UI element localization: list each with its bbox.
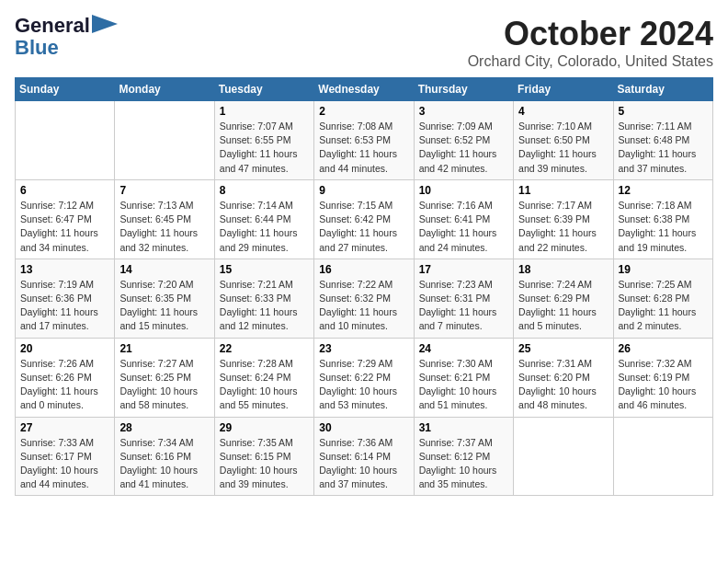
day-info: Sunrise: 7:24 AM Sunset: 6:29 PM Dayligh… [518, 278, 608, 334]
day-number: 30 [319, 421, 408, 434]
calendar-cell: 7Sunrise: 7:13 AM Sunset: 6:45 PM Daylig… [115, 179, 214, 259]
day-info: Sunrise: 7:25 AM Sunset: 6:28 PM Dayligh… [619, 278, 708, 334]
day-number: 19 [619, 263, 708, 276]
calendar-header-row: SundayMondayTuesdayWednesdayThursdayFrid… [16, 78, 713, 101]
day-info: Sunrise: 7:19 AM Sunset: 6:36 PM Dayligh… [20, 278, 109, 334]
calendar-cell [16, 101, 115, 180]
day-info: Sunrise: 7:30 AM Sunset: 6:21 PM Dayligh… [419, 357, 508, 413]
calendar-cell: 10Sunrise: 7:16 AM Sunset: 6:41 PM Dayli… [414, 179, 513, 259]
day-info: Sunrise: 7:10 AM Sunset: 6:50 PM Dayligh… [518, 120, 608, 176]
day-info: Sunrise: 7:11 AM Sunset: 6:48 PM Dayligh… [619, 120, 708, 176]
calendar-cell [613, 417, 712, 496]
calendar-cell: 17Sunrise: 7:23 AM Sunset: 6:31 PM Dayli… [414, 259, 513, 338]
day-number: 5 [619, 105, 708, 118]
calendar-cell: 24Sunrise: 7:30 AM Sunset: 6:21 PM Dayli… [414, 338, 513, 417]
day-info: Sunrise: 7:33 AM Sunset: 6:17 PM Dayligh… [20, 436, 109, 492]
calendar-cell: 20Sunrise: 7:26 AM Sunset: 6:26 PM Dayli… [16, 338, 115, 417]
day-info: Sunrise: 7:27 AM Sunset: 6:25 PM Dayligh… [119, 357, 209, 413]
location-subtitle: Orchard City, Colorado, United States [468, 53, 713, 70]
calendar-cell: 29Sunrise: 7:35 AM Sunset: 6:15 PM Dayli… [214, 417, 313, 496]
calendar-cell: 26Sunrise: 7:32 AM Sunset: 6:19 PM Dayli… [613, 338, 712, 417]
day-info: Sunrise: 7:17 AM Sunset: 6:39 PM Dayligh… [518, 199, 608, 255]
title-block: October 2024 Orchard City, Colorado, Uni… [468, 15, 713, 70]
calendar-cell: 3Sunrise: 7:09 AM Sunset: 6:52 PM Daylig… [414, 101, 513, 180]
calendar-cell [514, 417, 613, 496]
day-info: Sunrise: 7:37 AM Sunset: 6:12 PM Dayligh… [419, 436, 508, 492]
day-info: Sunrise: 7:20 AM Sunset: 6:35 PM Dayligh… [119, 278, 209, 334]
day-number: 12 [619, 184, 708, 197]
day-number: 22 [220, 342, 309, 355]
calendar-cell: 5Sunrise: 7:11 AM Sunset: 6:48 PM Daylig… [613, 101, 712, 180]
calendar-cell: 23Sunrise: 7:29 AM Sunset: 6:22 PM Dayli… [314, 338, 414, 417]
day-number: 13 [20, 263, 109, 276]
day-info: Sunrise: 7:35 AM Sunset: 6:15 PM Dayligh… [220, 436, 309, 492]
calendar-cell: 1Sunrise: 7:07 AM Sunset: 6:55 PM Daylig… [214, 101, 313, 180]
calendar-header-thursday: Thursday [414, 78, 513, 101]
day-info: Sunrise: 7:16 AM Sunset: 6:41 PM Dayligh… [419, 199, 508, 255]
calendar-cell: 2Sunrise: 7:08 AM Sunset: 6:53 PM Daylig… [314, 101, 414, 180]
day-info: Sunrise: 7:28 AM Sunset: 6:24 PM Dayligh… [220, 357, 309, 413]
day-number: 25 [518, 342, 608, 355]
day-info: Sunrise: 7:12 AM Sunset: 6:47 PM Dayligh… [20, 199, 109, 255]
day-number: 17 [419, 263, 508, 276]
day-number: 9 [319, 184, 408, 197]
calendar-cell: 25Sunrise: 7:31 AM Sunset: 6:20 PM Dayli… [514, 338, 613, 417]
calendar-cell: 21Sunrise: 7:27 AM Sunset: 6:25 PM Dayli… [115, 338, 214, 417]
day-number: 1 [220, 105, 309, 118]
day-info: Sunrise: 7:14 AM Sunset: 6:44 PM Dayligh… [220, 199, 309, 255]
calendar-cell: 13Sunrise: 7:19 AM Sunset: 6:36 PM Dayli… [16, 259, 115, 338]
calendar-cell: 28Sunrise: 7:34 AM Sunset: 6:16 PM Dayli… [115, 417, 214, 496]
svg-marker-0 [92, 15, 118, 33]
calendar-cell: 9Sunrise: 7:15 AM Sunset: 6:42 PM Daylig… [314, 179, 414, 259]
calendar-cell: 12Sunrise: 7:18 AM Sunset: 6:38 PM Dayli… [613, 179, 712, 259]
calendar-cell: 6Sunrise: 7:12 AM Sunset: 6:47 PM Daylig… [16, 179, 115, 259]
logo-text: General [15, 15, 90, 37]
day-number: 14 [119, 263, 209, 276]
logo-blue-text: Blue [15, 37, 59, 59]
day-number: 8 [220, 184, 309, 197]
day-info: Sunrise: 7:29 AM Sunset: 6:22 PM Dayligh… [319, 357, 408, 413]
calendar-week-4: 20Sunrise: 7:26 AM Sunset: 6:26 PM Dayli… [16, 338, 713, 417]
day-number: 10 [419, 184, 508, 197]
day-info: Sunrise: 7:09 AM Sunset: 6:52 PM Dayligh… [419, 120, 508, 176]
day-number: 28 [119, 421, 209, 434]
calendar-cell [115, 101, 214, 180]
day-number: 21 [119, 342, 209, 355]
day-info: Sunrise: 7:13 AM Sunset: 6:45 PM Dayligh… [119, 199, 209, 255]
calendar-header-friday: Friday [514, 78, 613, 101]
day-number: 2 [319, 105, 408, 118]
calendar-week-2: 6Sunrise: 7:12 AM Sunset: 6:47 PM Daylig… [16, 179, 713, 259]
calendar-header-tuesday: Tuesday [214, 78, 313, 101]
calendar-header-monday: Monday [115, 78, 214, 101]
day-info: Sunrise: 7:34 AM Sunset: 6:16 PM Dayligh… [119, 436, 209, 492]
calendar-cell: 18Sunrise: 7:24 AM Sunset: 6:29 PM Dayli… [514, 259, 613, 338]
calendar-cell: 22Sunrise: 7:28 AM Sunset: 6:24 PM Dayli… [214, 338, 313, 417]
day-number: 27 [20, 421, 109, 434]
calendar-table: SundayMondayTuesdayWednesdayThursdayFrid… [15, 77, 713, 496]
month-title: October 2024 [468, 15, 713, 53]
calendar-week-3: 13Sunrise: 7:19 AM Sunset: 6:36 PM Dayli… [16, 259, 713, 338]
logo-arrow-icon [92, 15, 118, 33]
calendar-header-wednesday: Wednesday [314, 78, 414, 101]
calendar-cell: 27Sunrise: 7:33 AM Sunset: 6:17 PM Dayli… [16, 417, 115, 496]
day-info: Sunrise: 7:21 AM Sunset: 6:33 PM Dayligh… [220, 278, 309, 334]
logo: General Blue [15, 15, 118, 59]
calendar-cell: 4Sunrise: 7:10 AM Sunset: 6:50 PM Daylig… [514, 101, 613, 180]
day-number: 18 [518, 263, 608, 276]
day-number: 3 [419, 105, 508, 118]
day-number: 7 [119, 184, 209, 197]
day-info: Sunrise: 7:23 AM Sunset: 6:31 PM Dayligh… [419, 278, 508, 334]
calendar-cell: 16Sunrise: 7:22 AM Sunset: 6:32 PM Dayli… [314, 259, 414, 338]
calendar-header-sunday: Sunday [16, 78, 115, 101]
calendar-cell: 15Sunrise: 7:21 AM Sunset: 6:33 PM Dayli… [214, 259, 313, 338]
day-info: Sunrise: 7:08 AM Sunset: 6:53 PM Dayligh… [319, 120, 408, 176]
calendar-body: 1Sunrise: 7:07 AM Sunset: 6:55 PM Daylig… [16, 101, 713, 496]
day-number: 6 [20, 184, 109, 197]
day-number: 16 [319, 263, 408, 276]
calendar-cell: 11Sunrise: 7:17 AM Sunset: 6:39 PM Dayli… [514, 179, 613, 259]
day-number: 26 [619, 342, 708, 355]
calendar-cell: 31Sunrise: 7:37 AM Sunset: 6:12 PM Dayli… [414, 417, 513, 496]
calendar-cell: 19Sunrise: 7:25 AM Sunset: 6:28 PM Dayli… [613, 259, 712, 338]
calendar-cell: 8Sunrise: 7:14 AM Sunset: 6:44 PM Daylig… [214, 179, 313, 259]
day-info: Sunrise: 7:31 AM Sunset: 6:20 PM Dayligh… [518, 357, 608, 413]
